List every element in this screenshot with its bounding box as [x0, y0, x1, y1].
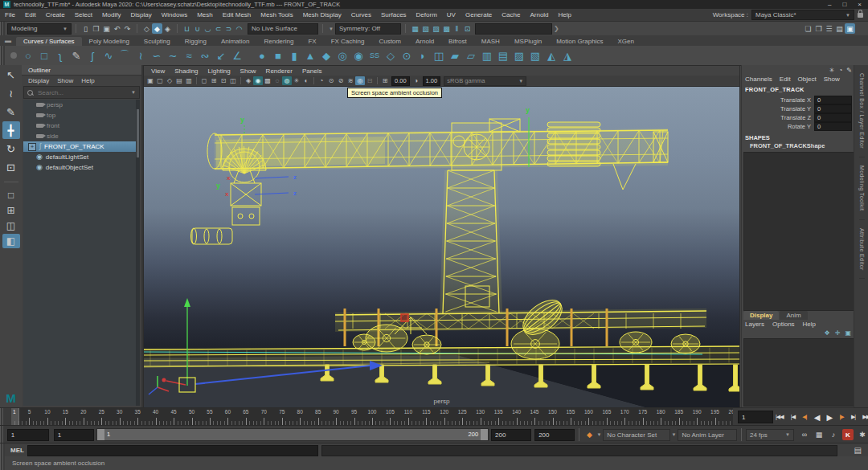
live-surface-field[interactable]: No Live Surface — [248, 23, 318, 35]
snap-grid-icon[interactable]: ⊔ — [182, 23, 192, 34]
menu-create[interactable]: Create — [41, 11, 70, 18]
field-chart-icon[interactable]: ⊞ — [209, 76, 219, 85]
screen-space-ao-icon[interactable]: ◎ — [355, 76, 365, 85]
fog-icon[interactable]: ≋ — [346, 76, 355, 85]
outliner-item-top[interactable]: top — [23, 110, 140, 121]
viewport-content[interactable]: y y y x x z z — [144, 87, 739, 407]
symmetry-field[interactable]: Symmetry: Off — [335, 23, 401, 35]
two-pane-layout[interactable]: ◫ — [2, 219, 20, 233]
render-frame-icon[interactable]: ▨ — [431, 23, 441, 34]
type-text-icon[interactable]: SS — [366, 47, 383, 63]
outliner-item-persp[interactable]: persp — [23, 100, 140, 110]
dock-tab-channel-box-layer-editor[interactable]: Channel Box / Layer Editor — [859, 65, 865, 157]
menu-arnold[interactable]: Arnold — [525, 11, 553, 18]
untrim-icon[interactable]: ▨ — [511, 47, 527, 63]
motion-blur-icon[interactable]: ⊟ — [365, 76, 375, 85]
shelf-tab-motion-graphics[interactable]: Motion Graphics — [549, 37, 610, 46]
channel-menu-show[interactable]: Show — [824, 76, 840, 83]
select-tool-box-icon[interactable]: ⊡ — [462, 23, 473, 34]
viewport-panel[interactable]: ViewShadingLightingShowRendererPanels ▣▢… — [143, 65, 740, 407]
modeling-toolkit-icon[interactable]: ❏ — [803, 23, 813, 34]
scale-tool[interactable]: ⊡ — [2, 158, 20, 176]
outliner-item-side[interactable]: side — [23, 131, 140, 141]
outliner-item-front[interactable]: front — [23, 121, 140, 131]
step-forward-frame-button[interactable]: ▶| — [851, 414, 855, 420]
time-slider-grip[interactable] — [0, 408, 5, 426]
channel-channel-speed-icon[interactable]: ◔ — [838, 67, 842, 74]
view-transform-dropdown[interactable]: sRGB gamma▼ — [444, 76, 526, 86]
range-end-handle[interactable] — [481, 429, 488, 440]
shelf-tab-mash[interactable]: MASH — [474, 37, 507, 46]
offset-curve-icon[interactable]: ∾ — [197, 47, 213, 63]
anim-layer-dropdown[interactable]: No Anim Layer — [678, 429, 737, 441]
menu-curves[interactable]: Curves — [346, 11, 376, 18]
insert-knot-icon[interactable]: ∼ — [165, 47, 181, 63]
rebuild-curve-icon[interactable]: ↙ — [213, 47, 229, 63]
outliner-scrollbar[interactable] — [136, 100, 140, 406]
menu-windows[interactable]: Windows — [157, 11, 192, 18]
contrast-icon[interactable]: ◑ — [411, 76, 421, 85]
dock-tab-modeling-toolkit[interactable]: Modeling Toolkit — [859, 157, 865, 219]
shelf-tab-fx-caching[interactable]: FX Caching — [324, 37, 372, 46]
joint-xray-icon[interactable]: ⊙ — [326, 76, 336, 85]
isolate-select-icon[interactable]: ⊘ — [336, 76, 346, 85]
shelf-tab-fx[interactable]: FX — [301, 37, 323, 46]
shelf-tab-custom[interactable]: Custom — [371, 37, 408, 46]
new-scene-icon[interactable]: ▯ — [80, 23, 91, 34]
snap-curve-icon[interactable]: ∪ — [192, 23, 203, 34]
image-plane-icon[interactable]: ▥ — [184, 76, 194, 85]
menu-mesh[interactable]: Mesh — [192, 11, 218, 18]
timeline-ticks[interactable]: 1 51015202530354045505560657075808590951… — [11, 408, 733, 426]
outliner-menu-help[interactable]: Help — [81, 77, 94, 84]
quick-rename-field[interactable] — [475, 23, 552, 35]
tool-settings-toggle-icon[interactable]: ▣ — [845, 23, 855, 34]
shelf-tab-rendering[interactable]: Rendering — [256, 37, 301, 46]
wireframe-icon[interactable]: ◈ — [244, 76, 253, 85]
move-layer-icon[interactable]: ▣ — [845, 329, 851, 337]
snap-point-icon[interactable]: ◡ — [203, 23, 213, 34]
loft-icon[interactable]: ⊙ — [399, 47, 415, 63]
planar-icon[interactable]: ◗ — [415, 47, 431, 63]
menu-select[interactable]: Select — [70, 11, 97, 18]
script-editor-icon[interactable]: ▤ — [854, 446, 862, 455]
auto-key-icon[interactable]: K — [842, 429, 854, 440]
construction-history-icon[interactable]: ▦ — [410, 23, 420, 34]
menu-generate[interactable]: Generate — [461, 11, 497, 18]
channel-box-toggle-icon[interactable]: ☰ — [824, 23, 834, 34]
menu-surfaces[interactable]: Surfaces — [376, 11, 411, 18]
three-point-arc-icon[interactable]: ⌒ — [117, 47, 133, 63]
outliner-search[interactable]: ▼ — [23, 86, 140, 99]
film-gate-icon[interactable]: ◫ — [228, 76, 238, 85]
channel-attr-value[interactable]: 0 — [814, 104, 852, 113]
shape-node-name[interactable]: FRONT_OF_TRACKShape — [750, 142, 825, 149]
menu-file[interactable]: File — [0, 11, 20, 18]
step-back-key-button[interactable]: ◀| — [802, 414, 806, 420]
outliner-item-defaultlightset[interactable]: ◉defaultLightSet — [23, 152, 140, 162]
revolve-icon[interactable]: ◇ — [383, 47, 399, 63]
shadows-icon[interactable]: ◐ — [301, 76, 311, 85]
platonic-solid-icon[interactable]: ◉ — [350, 47, 366, 63]
polygon-cube-icon[interactable]: ■ — [270, 47, 286, 63]
layer-menu-options[interactable]: Options — [772, 321, 795, 328]
shelf-tab-bifrost[interactable]: Bifrost — [441, 37, 474, 46]
attribute-editor-toggle-icon[interactable]: ▤ — [834, 23, 845, 34]
channel-attr-value[interactable]: 0 — [814, 122, 852, 131]
shelf-tab-arnold[interactable]: Arnold — [408, 37, 441, 46]
save-scene-icon[interactable]: ▣ — [101, 23, 112, 34]
expand-icon[interactable]: + — [28, 143, 36, 151]
channel-attr-value[interactable]: 0 — [814, 113, 852, 122]
pause-icon[interactable]: ‖ — [452, 23, 462, 34]
extrude-icon[interactable]: ◫ — [431, 47, 447, 63]
nurbs-circle-icon[interactable]: ○ — [20, 47, 36, 63]
smooth-shade-icon[interactable]: ◉ — [253, 76, 263, 85]
viewport-menu-panels[interactable]: Panels — [298, 67, 326, 75]
lighting-icon[interactable]: ✳ — [292, 76, 301, 85]
current-frame-field[interactable]: 1 — [738, 411, 773, 423]
make-live-icon[interactable]: ◠ — [234, 23, 244, 34]
animation-prefs-icon[interactable]: ✱ — [857, 429, 868, 440]
select-camera-icon[interactable]: ▣ — [145, 76, 155, 85]
birail-icon[interactable]: ▰ — [447, 47, 463, 63]
new-layer-selected-icon[interactable]: ✛ — [835, 329, 841, 337]
shelf-tab-curves-surfaces[interactable]: Curves / Surfaces — [16, 37, 82, 46]
shelf-menu-icon[interactable]: ▬ — [5, 37, 11, 44]
